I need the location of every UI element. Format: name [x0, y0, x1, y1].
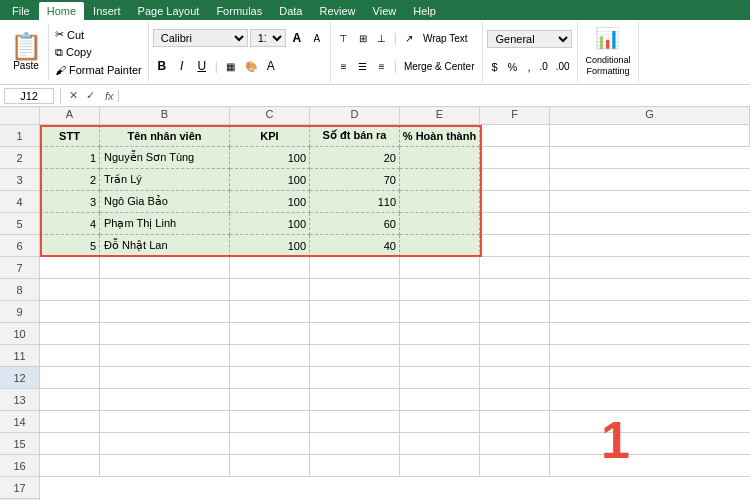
sheet-cell-g4[interactable] — [550, 191, 750, 213]
sheet-cell-a7[interactable] — [40, 257, 100, 279]
tab-file[interactable]: File — [4, 2, 38, 20]
sheet-cell-f2[interactable] — [480, 147, 550, 169]
sheet-cell-g3[interactable] — [550, 169, 750, 191]
tab-insert[interactable]: Insert — [85, 2, 129, 20]
sheet-cell-c1[interactable]: KPI — [230, 125, 310, 147]
tab-review[interactable]: Review — [311, 2, 363, 20]
row-header-6[interactable]: 6 — [0, 235, 39, 257]
sheet-cell-d6[interactable]: 40 — [310, 235, 400, 257]
row-header-16[interactable]: 16 — [0, 455, 39, 477]
sheet-cell-a6[interactable]: 5 — [40, 235, 100, 257]
col-header-e[interactable]: E — [400, 107, 480, 124]
increase-font-button[interactable]: A — [288, 29, 306, 47]
col-header-a[interactable]: A — [40, 107, 100, 124]
sheet-cell-g6[interactable] — [550, 235, 750, 257]
wrap-text-button[interactable]: Wrap Text — [419, 31, 472, 46]
format-painter-button[interactable]: 🖌 Format Painter — [53, 63, 144, 77]
tab-data[interactable]: Data — [271, 2, 310, 20]
sheet-cell-f3[interactable] — [480, 169, 550, 191]
sheet-cell-g1[interactable] — [550, 125, 750, 147]
confirm-icon[interactable]: ✓ — [84, 89, 97, 102]
sheet-cell-f1[interactable] — [480, 125, 550, 147]
row-header-4[interactable]: 4 — [0, 191, 39, 213]
increase-decimal-button[interactable]: .0 — [536, 59, 550, 74]
col-header-c[interactable]: C — [230, 107, 310, 124]
row-header-15[interactable]: 15 — [0, 433, 39, 455]
decrease-decimal-button[interactable]: .00 — [553, 59, 573, 74]
number-format-select[interactable]: General — [487, 30, 572, 48]
sheet-cell-d1[interactable]: Số đt bán ra — [310, 125, 400, 147]
font-color-button[interactable]: A — [262, 57, 280, 75]
sheet-cell-g2[interactable] — [550, 147, 750, 169]
row-header-17[interactable]: 17 — [0, 477, 39, 499]
sheet-cell-f5[interactable] — [480, 213, 550, 235]
sheet-cell-e2[interactable] — [400, 147, 480, 169]
col-header-b[interactable]: B — [100, 107, 230, 124]
row-header-12[interactable]: 12 — [0, 367, 39, 389]
sheet-cell-e4[interactable] — [400, 191, 480, 213]
decrease-font-button[interactable]: A — [308, 29, 326, 47]
sheet-cell-e6[interactable] — [400, 235, 480, 257]
sheet-cell-a1[interactable]: STT — [40, 125, 100, 147]
sheet-cell-e3[interactable] — [400, 169, 480, 191]
row-header-1[interactable]: 1 — [0, 125, 39, 147]
col-header-g[interactable]: G — [550, 107, 750, 124]
paste-button[interactable]: 📋 Paste — [4, 24, 49, 80]
tab-page-layout[interactable]: Page Layout — [130, 2, 208, 20]
row-header-8[interactable]: 8 — [0, 279, 39, 301]
fx-icon[interactable]: fx — [101, 90, 119, 102]
conditional-formatting-button[interactable]: ConditionalFormatting — [584, 54, 631, 78]
sheet-cell-b1[interactable]: Tên nhân viên — [100, 125, 230, 147]
font-name-select[interactable]: Calibri — [153, 29, 248, 47]
row-header-5[interactable]: 5 — [0, 213, 39, 235]
sheet-cell-f4[interactable] — [480, 191, 550, 213]
sheet-cell-a5[interactable]: 4 — [40, 213, 100, 235]
sheet-cell-f6[interactable] — [480, 235, 550, 257]
fill-color-button[interactable]: 🎨 — [242, 57, 260, 75]
col-header-f[interactable]: F — [480, 107, 550, 124]
align-center-button[interactable]: ☰ — [354, 57, 372, 75]
sheet-cell-d2[interactable]: 20 — [310, 147, 400, 169]
font-size-select[interactable]: 11 — [250, 29, 286, 47]
sheet-cell-b3[interactable]: Trần Lý — [100, 169, 230, 191]
sheet-cell-b4[interactable]: Ngô Gia Bảo — [100, 191, 230, 213]
col-header-d[interactable]: D — [310, 107, 400, 124]
sheet-cell-g5[interactable] — [550, 213, 750, 235]
row-header-11[interactable]: 11 — [0, 345, 39, 367]
sheet-cell-a2[interactable]: 1 — [40, 147, 100, 169]
tab-formulas[interactable]: Formulas — [208, 2, 270, 20]
tab-view[interactable]: View — [365, 2, 405, 20]
formula-input[interactable] — [123, 89, 746, 103]
sheet-cell-e5[interactable] — [400, 213, 480, 235]
dollar-button[interactable]: $ — [487, 59, 501, 75]
row-header-14[interactable]: 14 — [0, 411, 39, 433]
percent-button[interactable]: % — [504, 59, 522, 75]
copy-button[interactable]: ⧉ Copy — [53, 45, 144, 60]
row-header-2[interactable]: 2 — [0, 147, 39, 169]
row-header-7[interactable]: 7 — [0, 257, 39, 279]
row-header-13[interactable]: 13 — [0, 389, 39, 411]
align-top-button[interactable]: ⊤ — [335, 29, 353, 47]
align-bottom-button[interactable]: ⊥ — [373, 29, 391, 47]
border-button[interactable]: ▦ — [222, 57, 240, 75]
align-left-button[interactable]: ≡ — [335, 57, 353, 75]
row-header-9[interactable]: 9 — [0, 301, 39, 323]
merge-center-button[interactable]: Merge & Center — [400, 59, 479, 74]
underline-button[interactable]: U — [193, 57, 211, 75]
italic-button[interactable]: I — [173, 57, 191, 75]
sheet-cell-c5[interactable]: 100 — [230, 213, 310, 235]
orientation-button[interactable]: ↗ — [400, 29, 418, 47]
cancel-icon[interactable]: ✕ — [67, 89, 80, 102]
sheet-cell-b5[interactable]: Phạm Thị Linh — [100, 213, 230, 235]
tab-help[interactable]: Help — [405, 2, 444, 20]
row-header-10[interactable]: 10 — [0, 323, 39, 345]
sheet-cell-d5[interactable]: 60 — [310, 213, 400, 235]
sheet-cell-d3[interactable]: 70 — [310, 169, 400, 191]
cell-reference-input[interactable] — [4, 88, 54, 104]
sheet-cell-b6[interactable]: Đỗ Nhật Lan — [100, 235, 230, 257]
sheet-cell-a3[interactable]: 2 — [40, 169, 100, 191]
sheet-cell-c4[interactable]: 100 — [230, 191, 310, 213]
sheet-cell-d4[interactable]: 110 — [310, 191, 400, 213]
sheet-cell-e1[interactable]: % Hoàn thành — [400, 125, 480, 147]
bold-button[interactable]: B — [153, 57, 171, 75]
